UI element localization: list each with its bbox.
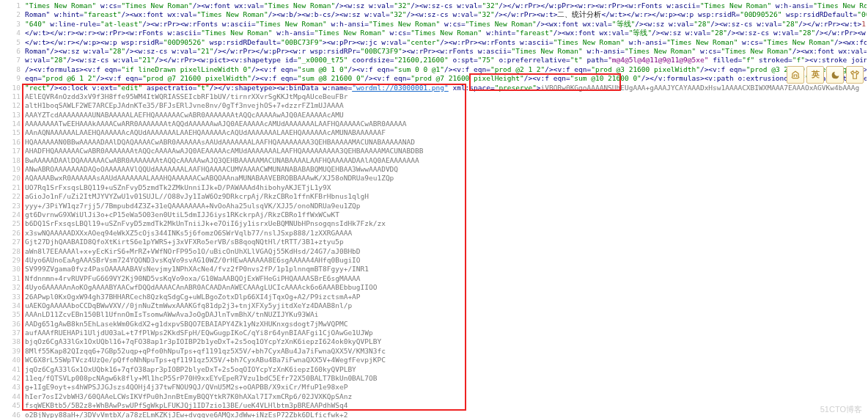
editor: 1234567891011121314151617181920212223242…	[0, 0, 868, 418]
tool-boat-icon[interactable]	[787, 66, 804, 84]
floating-toolbar: 英	[787, 66, 864, 84]
watermark: 51CTO博客	[820, 405, 862, 414]
tool-english-label: 英	[812, 70, 820, 79]
tool-shirt-icon[interactable]	[846, 66, 864, 84]
line-number-gutter: 1234567891011121314151617181920212223242…	[0, 0, 23, 418]
tool-moon-icon[interactable]	[826, 66, 844, 84]
code-content[interactable]: "Times New Roman" w:cs="Times New Roman"…	[23, 0, 868, 418]
tool-english-icon[interactable]: 英	[806, 66, 824, 84]
